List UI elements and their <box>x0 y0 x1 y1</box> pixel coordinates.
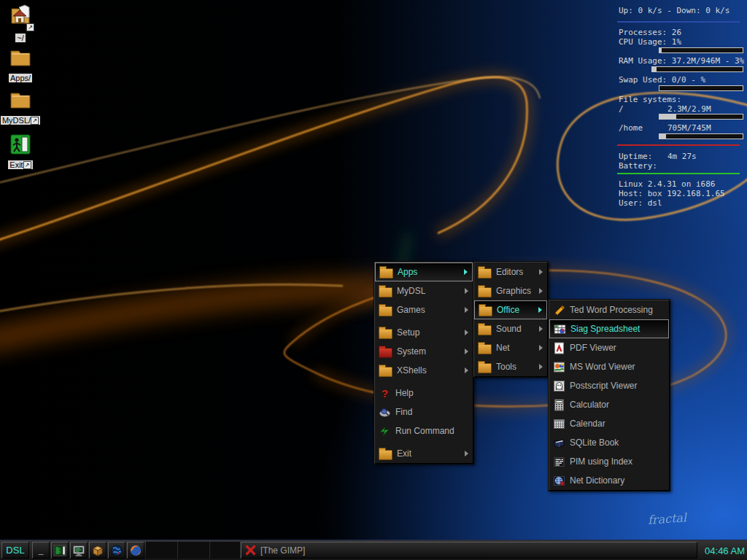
cpu-bar <box>659 47 743 53</box>
cpu-usage: CPU Usage: 1% <box>619 37 681 47</box>
terminal-button[interactable] <box>51 542 69 559</box>
monitor-icon <box>72 544 85 557</box>
host-info: Host: box 192.168.1.65 <box>619 189 725 198</box>
swap-used: Swap Used: 0/0 - % <box>619 75 705 85</box>
folder-icon <box>9 89 32 113</box>
menu-item-net-dictionary[interactable]: Net Dictionary <box>549 471 669 490</box>
firefox-icon <box>129 544 142 557</box>
menu-item-office[interactable]: Office <box>474 300 547 319</box>
submenu-arrow-icon <box>539 326 543 332</box>
desktop-icon-mydsl[interactable]: MyDSL/↗ <box>0 89 41 126</box>
menu-item-net[interactable]: Net <box>474 338 547 357</box>
sqlite-book-icon <box>553 437 565 449</box>
terminal-icon <box>53 544 66 557</box>
x11-icon <box>245 545 256 556</box>
network-button[interactable] <box>108 542 125 559</box>
ghostscript-icon <box>553 380 565 392</box>
folder-icon <box>379 450 392 460</box>
desktop-icon-label: Apps/ <box>9 74 32 82</box>
display-button[interactable] <box>70 542 88 559</box>
folder-icon <box>379 287 392 298</box>
submenu-arrow-icon <box>539 288 543 294</box>
desktop-icon-home[interactable]: ↗ ~/ <box>0 3 41 44</box>
submenu-arrow-icon <box>465 368 468 373</box>
folder-icon <box>479 306 492 316</box>
folder-icon <box>379 268 393 279</box>
menu-item-graphics[interactable]: Graphics <box>474 281 547 300</box>
menu-item-mydsl[interactable]: MyDSL <box>375 281 473 300</box>
menu-item-tools[interactable]: Tools <box>474 357 547 376</box>
submenu-arrow-icon <box>539 345 543 351</box>
menu-item-ted-word-processing[interactable]: Ted Word Processing <box>549 300 669 319</box>
menu-item-siag-spreadsheet[interactable]: Siag Spreadsheet <box>549 319 669 338</box>
menu-item-calendar[interactable]: Calendar <box>549 414 669 433</box>
menu-item-setup[interactable]: Setup <box>375 323 473 342</box>
swap-bar <box>659 85 743 91</box>
folder-icon <box>379 367 392 377</box>
menu-item-exit[interactable]: Exit <box>375 444 473 463</box>
calendar-icon <box>553 418 565 430</box>
menu-item-games[interactable]: Games <box>375 300 473 319</box>
ram-bar <box>651 66 743 72</box>
desktop-icon-label: ~/ <box>15 34 25 42</box>
siag-spreadsheet-icon <box>554 323 566 335</box>
task-button-gimp[interactable]: [The GIMP] <box>241 542 697 559</box>
run-icon <box>379 425 391 438</box>
desktop-icon-label: Exit↗ <box>8 160 32 169</box>
desktop-icon-label: MyDSL/↗ <box>1 116 40 125</box>
menu-item-editors[interactable]: Editors <box>474 262 547 281</box>
package-button[interactable] <box>89 542 107 559</box>
task-slot-empty <box>210 542 241 559</box>
ram-usage: RAM Usage: 37.2M/946M - 3% <box>619 56 744 66</box>
submenu-arrow-icon <box>539 269 543 275</box>
menu-item-find[interactable]: Find <box>375 402 473 421</box>
submenu-arrow-icon <box>538 307 542 313</box>
submenu-arrow-icon <box>465 307 468 313</box>
wallpaper-signature: fractal <box>647 510 686 527</box>
menu-item-xshells[interactable]: XShells <box>375 361 473 380</box>
desktop-icon-exit[interactable]: Exit↗ <box>0 134 41 171</box>
symlink-arrow-icon: ↗ <box>23 161 31 169</box>
dsl-start-button[interactable]: DSL <box>1 542 29 559</box>
uptime-value: 4m 27s <box>667 152 697 161</box>
apps-submenu: Editors Graphics Office Sound Net Tools <box>473 261 549 378</box>
menu-item-calculator[interactable]: Calculator <box>549 395 669 414</box>
menu-item-help[interactable]: ? Help <box>375 384 473 402</box>
task-slot-empty <box>178 542 210 559</box>
folder-icon <box>478 363 492 373</box>
folder-icon <box>379 329 392 339</box>
task-slot-empty <box>146 542 178 559</box>
folder-icon <box>478 268 492 279</box>
menu-item-pdf-viewer[interactable]: PDF Viewer <box>549 338 669 357</box>
fs-size: 2.3M/2.9M <box>667 104 711 114</box>
minimize-button[interactable]: _ <box>32 542 50 559</box>
folder-icon <box>478 287 492 298</box>
menu-item-sound[interactable]: Sound <box>474 319 547 338</box>
root-menu: Apps MyDSL Games Setup System XShells <box>374 261 474 464</box>
clock: 04:46 AM <box>705 540 745 560</box>
fs-size: 705M/745M <box>667 123 711 133</box>
menu-item-system[interactable]: System <box>375 342 473 361</box>
red-folder-icon <box>379 348 392 358</box>
desktop-icon-apps[interactable]: Apps/ <box>0 47 41 84</box>
pdf-icon <box>553 342 565 354</box>
menu-item-ms-word-viewer[interactable]: MS Word Viewer <box>549 357 669 376</box>
pim-icon <box>553 456 565 468</box>
menu-item-sqlite-book[interactable]: SQLite Book <box>549 433 669 452</box>
menu-item-apps[interactable]: Apps <box>375 262 473 281</box>
browser-button[interactable] <box>127 542 144 559</box>
submenu-arrow-icon <box>465 330 468 335</box>
menu-item-postscript-viewer[interactable]: Postscript Viewer <box>549 376 669 395</box>
net-divider <box>617 21 740 23</box>
menu-item-run-command[interactable]: Run Command <box>375 421 473 440</box>
submenu-arrow-icon <box>465 451 468 456</box>
user-info: User: dsl <box>619 198 662 208</box>
folder-icon <box>379 306 392 316</box>
battery-divider <box>617 173 740 174</box>
menu-item-pim-using-index[interactable]: PIM using Index <box>549 452 669 471</box>
submenu-arrow-icon <box>465 349 468 354</box>
processes: Processes: 26 <box>619 28 681 37</box>
home-folder-icon: ↗ <box>9 3 32 31</box>
calculator-icon <box>553 399 565 411</box>
net-updown: Up: 0 k/s - Down: 0 k/s <box>619 6 729 15</box>
